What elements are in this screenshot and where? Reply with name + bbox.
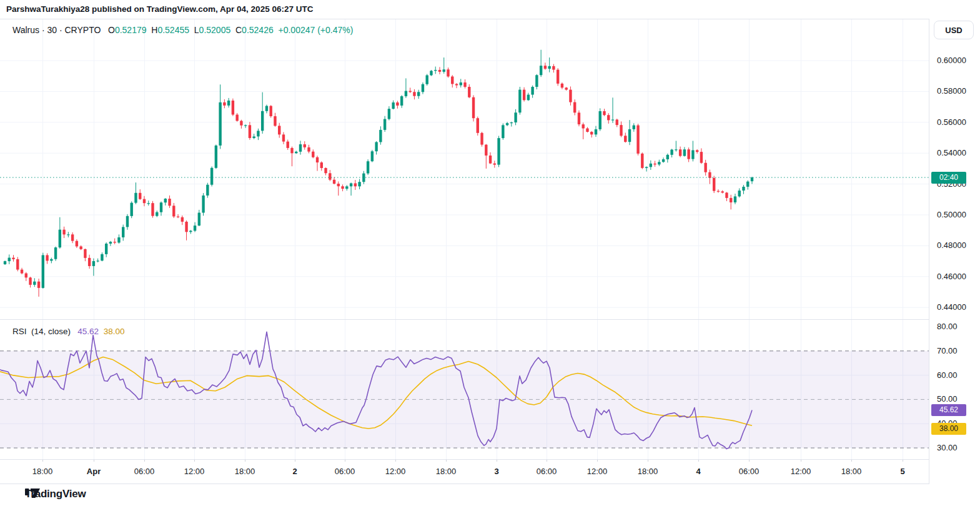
time-axis-label: 06:00: [335, 467, 355, 476]
price-axis-label: 0.54000: [937, 148, 966, 157]
price-scale[interactable]: USD 0.600000.580000.560000.540000.520000…: [929, 19, 980, 484]
rsi-axis-label: 60.00: [937, 370, 958, 380]
time-axis-label: 12:00: [791, 467, 811, 476]
time-axis-label: 18:00: [638, 467, 658, 476]
time-axis-label: 12:00: [385, 467, 406, 476]
publication-text: ParshwaTurakhiya28 published on TradingV…: [6, 4, 313, 14]
publication-bar: ParshwaTurakhiya28 published on TradingV…: [0, 0, 980, 19]
time-axis-label: 18:00: [32, 467, 53, 476]
time-axis-label: 4: [696, 467, 700, 476]
time-axis-label: 5: [900, 467, 904, 476]
high-value: 0.52455: [157, 25, 189, 35]
price-axis-label: 0.50000: [937, 210, 966, 219]
rsi-title: RSI: [12, 327, 27, 336]
low-label: L: [194, 25, 199, 35]
time-axis-label: 18:00: [235, 467, 255, 476]
high-label: H: [151, 25, 157, 35]
price-pane-canvas[interactable]: [0, 19, 929, 319]
price-axis-label: 0.48000: [937, 241, 966, 250]
symbol-title: Walrus · 30 · CRYPTO: [12, 25, 101, 35]
close-value: 0.52426: [242, 25, 274, 35]
price-axis-label: 0.58000: [937, 86, 966, 96]
rsi-axis-label: 80.00: [937, 322, 958, 331]
countdown-price-chip: 02:40: [931, 172, 966, 184]
price-axis-label: 0.60000: [937, 56, 966, 65]
currency-button[interactable]: USD: [934, 21, 974, 39]
rsi-value-chip: 45.62: [931, 404, 966, 416]
time-axis-label: 12:00: [587, 467, 608, 476]
time-axis[interactable]: 18:00Apr06:0012:0018:00206:0012:0018:003…: [0, 459, 929, 484]
footer: TradingView: [0, 484, 980, 506]
rsi-ma-value-chip: 38.00: [931, 423, 966, 435]
symbol-legend: Walrus · 30 · CRYPTO O0.52179 H0.52455 L…: [12, 25, 353, 35]
time-axis-label: 18:00: [841, 467, 862, 476]
tradingview-logo-icon: [25, 488, 41, 499]
rsi-axis-label: 50.00: [937, 394, 958, 404]
time-axis-label: 3: [494, 467, 498, 476]
time-axis-label: 06:00: [134, 467, 155, 476]
time-axis-label: 06:00: [739, 467, 760, 476]
time-axis-label: 12:00: [184, 467, 205, 476]
rsi-axis-label: 70.00: [937, 346, 958, 355]
rsi-pane-canvas[interactable]: [0, 319, 929, 459]
close-label: C: [235, 25, 242, 35]
separator-panes: [0, 319, 980, 320]
time-axis-label: Apr: [87, 467, 101, 476]
rsi-axis-label: 30.00: [937, 443, 958, 452]
tradingview-logo[interactable]: TradingView: [25, 488, 86, 500]
time-axis-label: 06:00: [537, 467, 557, 476]
rsi-legend: RSI (14, close) 45.62 38.00: [12, 327, 124, 336]
price-pane[interactable]: Walrus · 30 · CRYPTO O0.52179 H0.52455 L…: [0, 19, 929, 319]
separator-top: [0, 19, 980, 19]
open-value: 0.52179: [115, 25, 147, 35]
open-label: O: [108, 25, 115, 35]
low-value: 0.52005: [199, 25, 231, 35]
change-value: +0.00247 (+0.47%): [279, 25, 354, 35]
price-axis-label: 0.46000: [937, 272, 966, 281]
price-axis-label: 0.56000: [937, 117, 966, 127]
rsi-ma-value: 38.00: [104, 327, 125, 336]
rsi-value: 45.62: [77, 327, 99, 336]
price-axis-label: 0.44000: [937, 302, 966, 312]
rsi-pane[interactable]: RSI (14, close) 45.62 38.00: [0, 319, 929, 459]
rsi-params: (14, close): [31, 327, 71, 336]
separator-time-axis: [0, 459, 980, 460]
chart-area: Walrus · 30 · CRYPTO O0.52179 H0.52455 L…: [0, 19, 980, 484]
time-axis-label: 2: [292, 467, 297, 476]
time-axis-label: 18:00: [436, 467, 457, 476]
